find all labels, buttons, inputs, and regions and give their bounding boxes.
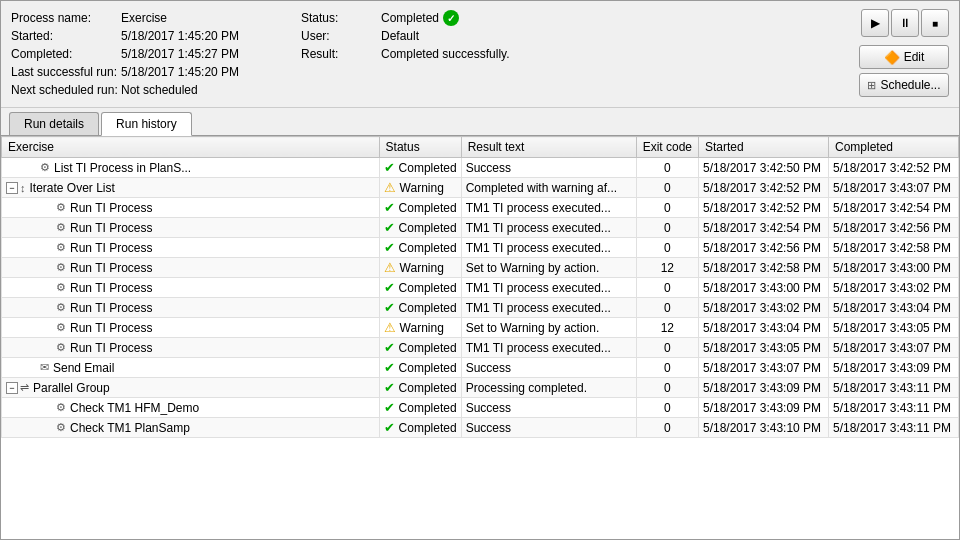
row-result-cell: TM1 TI process executed... [461,238,636,258]
expand-button[interactable]: − [6,182,18,194]
play-button[interactable]: ▶ [861,9,889,37]
row-name: Run TI Process [70,341,152,355]
tabs-bar: Run details Run history [1,108,959,136]
row-name-cell: ⚙List TI Process in PlanS... [2,158,380,178]
row-name-cell: ⚙Run TI Process [2,218,380,238]
row-name-cell: ⚙Run TI Process [2,298,380,318]
expand-button[interactable]: − [6,382,18,394]
pause-icon: ⏸ [899,16,911,30]
table-row[interactable]: ⚙List TI Process in PlanS...✔CompletedSu… [2,158,959,178]
table-row[interactable]: ⚙Run TI Process✔CompletedTM1 TI process … [2,278,959,298]
row-started-cell: 5/18/2017 3:43:07 PM [699,358,829,378]
row-result-cell: Completed with warning af... [461,178,636,198]
table-row[interactable]: −↕Iterate Over List⚠WarningCompleted wit… [2,178,959,198]
edit-label: Edit [904,50,925,64]
row-exit-cell: 0 [636,418,698,438]
row-completed-cell: 5/18/2017 3:43:11 PM [829,378,959,398]
row-result-cell: Success [461,418,636,438]
row-status-cell: ✔Completed [379,158,461,178]
last-run-label: Last successful run: [11,65,121,79]
row-status-cell: ⚠Warning [379,178,461,198]
schedule-button[interactable]: ⊞ Schedule... [859,73,949,97]
schedule-label: Schedule... [880,78,940,92]
tab-run-details[interactable]: Run details [9,112,99,135]
row-exit-cell: 0 [636,358,698,378]
table-row[interactable]: ⚙Check TM1 PlanSamp✔CompletedSuccess05/1… [2,418,959,438]
row-started-cell: 5/18/2017 3:42:58 PM [699,258,829,278]
status-checkmark-icon: ✓ [443,10,459,26]
iterate-icon: ↕ [20,182,26,194]
row-exit-cell: 0 [636,338,698,358]
row-started-cell: 5/18/2017 3:43:00 PM [699,278,829,298]
status-value: Completed [381,11,439,25]
row-name-cell: ⚙Run TI Process [2,258,380,278]
result-label: Result: [301,47,381,61]
row-started-cell: 5/18/2017 3:42:52 PM [699,178,829,198]
row-status-cell: ✔Completed [379,358,461,378]
status-text: Completed [399,221,457,235]
col-header-completed: Completed [829,137,959,158]
row-started-cell: 5/18/2017 3:43:10 PM [699,418,829,438]
row-completed-cell: 5/18/2017 3:43:11 PM [829,398,959,418]
row-name-cell: ✉Send Email [2,358,380,378]
col-header-status: Status [379,137,461,158]
table-row[interactable]: ⚙Run TI Process✔CompletedTM1 TI process … [2,298,959,318]
table-row[interactable]: ⚙Run TI Process⚠WarningSet to Warning by… [2,318,959,338]
header-info: Process name: Exercise Status: Completed… [11,9,829,99]
row-started-cell: 5/18/2017 3:43:05 PM [699,338,829,358]
row-result-cell: Success [461,398,636,418]
table-row[interactable]: −⇌Parallel Group✔CompletedProcessing com… [2,378,959,398]
edit-button[interactable]: 🔶 Edit [859,45,949,69]
gear-icon: ⚙ [56,221,66,234]
table-row[interactable]: ⚙Run TI Process✔CompletedTM1 TI process … [2,198,959,218]
row-completed-cell: 5/18/2017 3:43:02 PM [829,278,959,298]
row-result-cell: TM1 TI process executed... [461,338,636,358]
row-name: Run TI Process [70,241,152,255]
gear-icon: ⚙ [40,161,50,174]
row-exit-cell: 0 [636,398,698,418]
row-started-cell: 5/18/2017 3:42:54 PM [699,218,829,238]
status-completed-icon: ✔ [384,220,395,235]
row-result-cell: TM1 TI process executed... [461,298,636,318]
row-name: List TI Process in PlanS... [54,161,191,175]
table-row[interactable]: ⚙Run TI Process✔CompletedTM1 TI process … [2,218,959,238]
status-completed-icon: ✔ [384,300,395,315]
process-name-label: Process name: [11,11,121,25]
table-row[interactable]: ⚙Run TI Process✔CompletedTM1 TI process … [2,238,959,258]
tab-run-history[interactable]: Run history [101,112,192,136]
next-run-value: Not scheduled [121,83,301,97]
status-text: Completed [399,361,457,375]
table-row[interactable]: ⚙Run TI Process✔CompletedTM1 TI process … [2,338,959,358]
row-started-cell: 5/18/2017 3:43:04 PM [699,318,829,338]
content-area: Exercise Status Result text Exit code St [1,136,959,539]
row-name-cell: −⇌Parallel Group [2,378,380,398]
table-row[interactable]: ⚙Check TM1 HFM_Demo✔CompletedSuccess05/1… [2,398,959,418]
row-exit-cell: 0 [636,378,698,398]
header-right: ▶ ⏸ ■ 🔶 Edit ⊞ Schedule... [829,9,949,99]
process-name-value: Exercise [121,11,301,25]
row-name-cell: ⚙Run TI Process [2,318,380,338]
row-status-cell: ✔Completed [379,398,461,418]
schedule-icon: ⊞ [867,79,876,92]
row-result-cell: TM1 TI process executed... [461,198,636,218]
row-name: Iterate Over List [30,181,115,195]
table-row[interactable]: ✉Send Email✔CompletedSuccess05/18/2017 3… [2,358,959,378]
status-completed-icon: ✔ [384,420,395,435]
row-name: Run TI Process [70,201,152,215]
row-name-cell: ⚙Check TM1 HFM_Demo [2,398,380,418]
row-result-cell: Set to Warning by action. [461,318,636,338]
row-started-cell: 5/18/2017 3:43:09 PM [699,398,829,418]
stop-button[interactable]: ■ [921,9,949,37]
status-label: Status: [301,11,381,25]
status-completed-icon: ✔ [384,160,395,175]
row-completed-cell: 5/18/2017 3:43:07 PM [829,178,959,198]
email-icon: ✉ [40,361,49,374]
status-text: Warning [400,321,444,335]
status-completed-icon: ✔ [384,240,395,255]
pause-button[interactable]: ⏸ [891,9,919,37]
row-status-cell: ✔Completed [379,278,461,298]
row-completed-cell: 5/18/2017 3:42:54 PM [829,198,959,218]
gear-icon: ⚙ [56,281,66,294]
gear-icon: ⚙ [56,321,66,334]
table-row[interactable]: ⚙Run TI Process⚠WarningSet to Warning by… [2,258,959,278]
